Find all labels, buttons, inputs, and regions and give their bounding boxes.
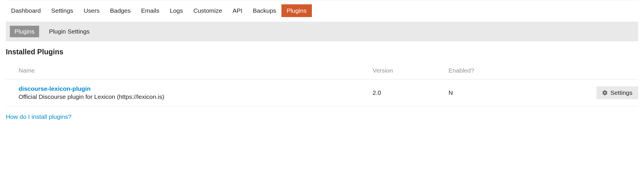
col-header-name: Name [6,64,373,79]
plugins-subnav: Plugins Plugin Settings [6,22,638,41]
plugin-version: 2.0 [373,79,449,106]
settings-button-label: Settings [610,89,632,96]
subnav-plugin-settings[interactable]: Plugin Settings [44,26,94,37]
nav-logs[interactable]: Logs [165,4,188,17]
nav-customize[interactable]: Customize [188,4,227,17]
gear-icon [602,90,607,95]
page-title: Installed Plugins [6,48,638,56]
nav-plugins[interactable]: Plugins [281,4,312,17]
nav-settings[interactable]: Settings [46,4,79,17]
col-header-actions [543,64,638,79]
nav-dashboard[interactable]: Dashboard [6,4,46,17]
plugin-enabled: N [448,79,543,106]
plugin-description: Official Discourse plugin for Lexicon (h… [19,93,373,100]
subnav-plugins[interactable]: Plugins [10,26,39,37]
nav-backups[interactable]: Backups [248,4,281,17]
nav-emails[interactable]: Emails [136,4,165,17]
col-header-version: Version [373,64,449,79]
install-plugins-help-link[interactable]: How do I install plugins? [6,113,71,120]
nav-users[interactable]: Users [79,4,105,17]
table-row: discourse-lexicon-plugin Official Discou… [6,79,638,106]
nav-badges[interactable]: Badges [105,4,136,17]
col-header-enabled: Enabled? [448,64,543,79]
plugin-settings-button[interactable]: Settings [596,86,638,99]
admin-top-nav: Dashboard Settings Users Badges Emails L… [6,0,638,22]
plugins-table: Name Version Enabled? discourse-lexicon-… [6,64,638,106]
plugin-name-link[interactable]: discourse-lexicon-plugin [19,85,373,92]
nav-api[interactable]: API [227,4,248,17]
